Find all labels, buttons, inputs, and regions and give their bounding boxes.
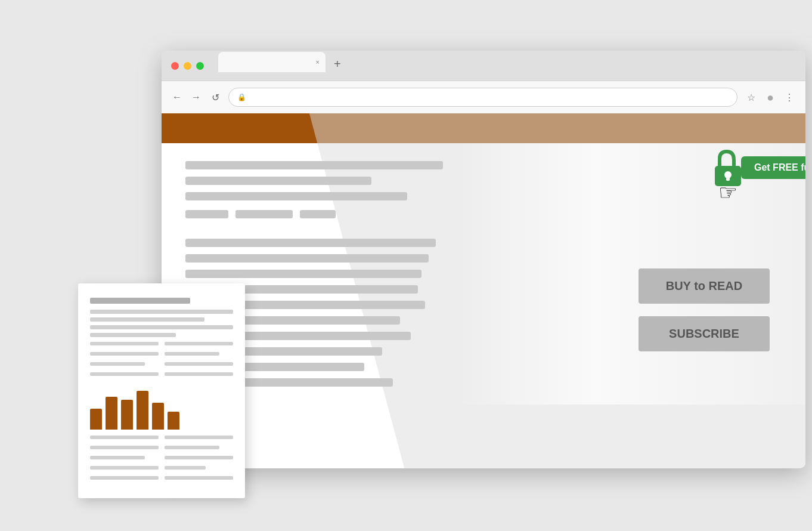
browser-tab-active[interactable]: ×: [218, 52, 326, 72]
text-line-6: [185, 270, 422, 278]
doc-col-bottom-right: [165, 436, 233, 483]
doc-bottom-left-2: [90, 446, 159, 449]
chart-bar-5: [152, 403, 164, 430]
doc-col-right-line-2: [165, 352, 219, 356]
doc-bottom-left-3: [90, 456, 145, 459]
unlock-area: Get FREE full text ☞: [710, 149, 746, 190]
chart-bar-1: [90, 409, 102, 430]
doc-bottom-left-1: [90, 436, 159, 439]
tag-3: [300, 210, 336, 218]
doc-bottom-right-1: [165, 436, 233, 439]
doc-bottom-right-5: [165, 476, 233, 480]
get-free-label: Get FREE full text: [754, 162, 805, 173]
scene: × + ← → ↺ 🔒 ☆ ● ⋮: [78, 33, 734, 498]
doc-col-right: [165, 342, 233, 379]
browser-chrome: × + ← → ↺ 🔒 ☆ ● ⋮: [162, 51, 805, 113]
text-line-4: [185, 239, 436, 247]
menu-button[interactable]: ⋮: [783, 91, 796, 104]
doc-col-left-line-1: [90, 342, 159, 345]
traffic-light-yellow[interactable]: [184, 62, 191, 70]
text-line-1: [185, 161, 443, 169]
forward-button[interactable]: →: [190, 91, 202, 103]
browser-addressbar: ← → ↺ 🔒 ☆ ● ⋮: [162, 81, 805, 113]
subscribe-button[interactable]: SUBSCRIBE: [639, 316, 770, 351]
text-line-3: [185, 192, 407, 200]
browser-titlebar: × +: [162, 51, 805, 81]
doc-line-3: [90, 325, 233, 329]
svg-rect-2: [726, 175, 730, 181]
traffic-light-red[interactable]: [171, 62, 179, 70]
buy-to-read-button[interactable]: BUY to READ: [639, 268, 770, 304]
doc-bottom-right-3: [165, 456, 233, 459]
new-tab-button[interactable]: +: [334, 58, 341, 72]
doc-col-left-line-2: [90, 352, 159, 356]
get-free-button[interactable]: Get FREE full text: [741, 156, 805, 179]
doc-col-bottom-left: [90, 436, 159, 483]
tags-row: [185, 210, 543, 218]
browser-content: Get FREE full text ☞ BUY to READ SUBSCRI…: [162, 113, 805, 468]
doc-line-1: [90, 310, 233, 314]
reload-button[interactable]: ↺: [209, 91, 221, 103]
site-header: [162, 113, 805, 143]
tag-2: [235, 210, 293, 218]
traffic-light-green[interactable]: [196, 62, 204, 70]
lock-open-icon: [710, 149, 746, 188]
browser-actions: ☆ ● ⋮: [745, 91, 796, 104]
profile-button[interactable]: ●: [764, 91, 777, 104]
doc-cols-bottom: [90, 436, 233, 483]
doc-bottom-left-4: [90, 466, 159, 470]
doc-line-2: [90, 317, 204, 322]
bookmark-button[interactable]: ☆: [745, 91, 758, 104]
security-icon: 🔒: [237, 93, 246, 101]
doc-line-4: [90, 333, 176, 337]
doc-chart: [90, 388, 233, 430]
doc-col-right-line-3: [165, 362, 233, 366]
text-line-5: [185, 254, 429, 263]
doc-col-left: [90, 342, 159, 379]
doc-bottom-right-2: [165, 446, 219, 449]
back-button[interactable]: ←: [171, 91, 183, 103]
tab-close-icon[interactable]: ×: [316, 58, 320, 66]
tag-1: [185, 210, 228, 218]
address-bar[interactable]: 🔒: [228, 88, 737, 107]
paper-document: [78, 283, 245, 498]
doc-header-line: [90, 298, 190, 304]
chart-bar-2: [106, 397, 117, 430]
doc-col-left-line-4: [90, 372, 159, 376]
chart-bar-4: [137, 391, 148, 430]
text-line-2: [185, 177, 371, 185]
page-content: Get FREE full text ☞ BUY to READ SUBSCRI…: [162, 143, 805, 405]
chart-bar-3: [121, 400, 133, 430]
doc-col-right-line-4: [165, 372, 233, 376]
doc-bottom-left-5: [90, 476, 159, 480]
chart-bar-6: [168, 412, 179, 430]
doc-columns: [90, 342, 233, 379]
doc-col-right-line-1: [165, 342, 233, 345]
doc-bottom-right-4: [165, 466, 206, 470]
browser-window: × + ← → ↺ 🔒 ☆ ● ⋮: [162, 51, 805, 468]
doc-col-left-line-3: [90, 362, 145, 366]
